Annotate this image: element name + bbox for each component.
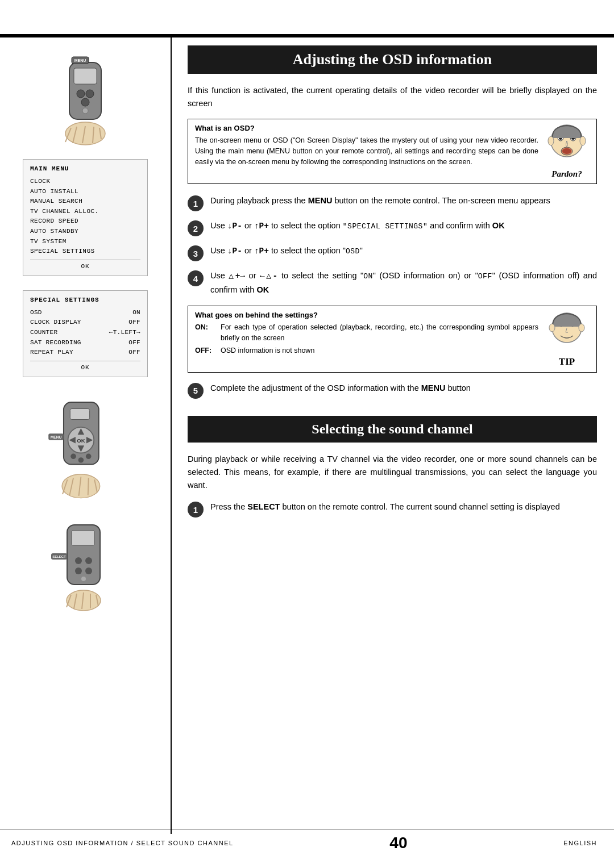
- menu-item-special-settings: SPECIAL SETTINGS: [30, 247, 140, 257]
- setting-row-repeat: REPEAT PLAY OFF: [30, 348, 140, 358]
- ok-bold-1: OK: [492, 221, 505, 230]
- svg-point-41: [85, 567, 92, 574]
- special-settings-box: SPECIAL SETTINGS OSD ON CLOCK DISPLAY OF…: [23, 290, 148, 377]
- svg-point-26: [78, 457, 84, 463]
- svg-rect-35: [72, 531, 94, 545]
- svg-point-6: [82, 108, 88, 114]
- page: MENU MENU MAIN MENU CLOCK: [0, 0, 614, 868]
- step-number-1: 1: [188, 195, 204, 211]
- svg-point-55: [562, 148, 571, 154]
- menu-bold-2: MENU: [421, 383, 446, 393]
- ok-bold-2: OK: [256, 285, 269, 294]
- on-mono: ON: [363, 272, 373, 281]
- footer-page-number: 40: [389, 834, 407, 852]
- svg-point-38: [75, 557, 82, 564]
- remote-select-illustration: SELECT: [9, 516, 162, 613]
- step-1-text: During playback press the MENU button on…: [210, 194, 550, 207]
- setting-row-sat: SAT RECORDING OFF: [30, 338, 140, 348]
- footer-right-text: English: [563, 840, 597, 846]
- svg-point-5: [81, 98, 89, 106]
- setting-label-counter: COUNTER: [30, 328, 57, 338]
- svg-point-42: [81, 577, 86, 581]
- tip-off-label: OFF:: [195, 345, 215, 356]
- remote-menu-illustration: MENU MENU: [9, 45, 162, 148]
- svg-text:SELECT: SELECT: [52, 555, 66, 558]
- svg-text:MENU: MENU: [51, 435, 62, 439]
- step-2-text: Use ↓P- or ↑P+ to select the option "SPE…: [210, 219, 505, 233]
- special-settings-title: SPECIAL SETTINGS: [30, 297, 140, 303]
- special-settings-mono: "SPECIAL SETTINGS": [343, 222, 428, 231]
- svg-point-3: [77, 90, 85, 98]
- setting-value-sat: OFF: [128, 338, 140, 348]
- step-number-4: 4: [188, 270, 204, 286]
- section2-intro: During playback or while receiving a TV …: [188, 453, 597, 493]
- arrow-p-down: ↓P-: [227, 222, 242, 231]
- pardon-figure: Pardon?: [544, 124, 590, 179]
- main-menu-title: MAIN MENU: [30, 165, 140, 172]
- step-number-5: 5: [188, 383, 204, 399]
- left-sidebar: MENU MENU MAIN MENU CLOCK: [0, 34, 171, 636]
- osd-info-title: What is an OSD?: [195, 124, 538, 132]
- tip-content: What goes on behind the settings? ON: Fo…: [195, 311, 538, 358]
- remote-ok-illustration: OK MENU: [9, 391, 162, 505]
- footer: Adjusting OSD information / Select Sound…: [0, 829, 614, 857]
- arrow-p-up: ↑P+: [254, 222, 269, 231]
- p-down-3: ↓P-: [227, 247, 242, 256]
- p-up-3: ↑P+: [254, 247, 269, 256]
- setting-value-osd: ON: [132, 308, 140, 318]
- menu-ok-2: OK: [30, 364, 140, 371]
- osd-mono: OSD: [346, 247, 360, 256]
- step-3-text: Use ↓P- or ↑P+ to select the option "OSD…: [210, 244, 363, 258]
- step-number-2: 2: [188, 220, 204, 236]
- menu-item-auto-standby: AUTO STANDBY: [30, 227, 140, 237]
- svg-line-32: [88, 478, 89, 495]
- setting-label-clock: CLOCK DISPLAY: [30, 318, 81, 328]
- setting-value-clock: OFF: [128, 318, 140, 328]
- arrow-left-triangle: ←△-: [260, 272, 277, 281]
- tip-title: What goes on behind the settings?: [195, 311, 538, 319]
- menu-item-manual-search: MANUAL SEARCH: [30, 197, 140, 207]
- svg-point-27: [86, 453, 92, 459]
- section2-step-1: 1 Press the SELECT button on the remote …: [188, 500, 597, 518]
- tip-off-text: OSD information is not shown: [221, 345, 538, 356]
- section2-step-1-text: Press the SELECT button on the remote co…: [210, 500, 560, 514]
- section2-step-number-1: 1: [188, 502, 204, 518]
- off-mono: OFF: [478, 272, 492, 281]
- svg-point-62: [579, 324, 584, 332]
- menu-item-record-speed: RECORD SPEED: [30, 216, 140, 227]
- pardon-label: Pardon?: [551, 169, 582, 179]
- main-menu-box: MAIN MENU CLOCK AUTO INSTALL MANUAL SEAR…: [23, 159, 148, 276]
- footer-left-text: Adjusting OSD information / Select Sound…: [11, 840, 234, 846]
- svg-point-7: [65, 122, 105, 145]
- menu-item-tv-channel: TV CHANNEL ALLOC.: [30, 207, 140, 217]
- step-2: 2 Use ↓P- or ↑P+ to select the option "S…: [188, 219, 597, 236]
- setting-label-sat: SAT RECORDING: [30, 338, 81, 348]
- section1-intro: If this function is activated, the curre…: [188, 84, 597, 110]
- osd-info-text: The on-screen menu or OSD ("On Screen Di…: [195, 135, 538, 167]
- step-4-text: Use △+→ or ←△- to select the setting "ON…: [210, 269, 597, 296]
- setting-value-counter: ←T.LEFT→: [109, 328, 140, 338]
- setting-label-repeat: REPEAT PLAY: [30, 348, 73, 358]
- svg-text:MENU: MENU: [74, 59, 86, 62]
- osd-info-box: What is an OSD? The on-screen menu or OS…: [188, 119, 597, 184]
- tip-box: What goes on behind the settings? ON: Fo…: [188, 306, 597, 373]
- svg-point-25: [70, 453, 76, 459]
- setting-row-counter: COUNTER ←T.LEFT→: [30, 328, 140, 338]
- step-4: 4 Use △+→ or ←△- to select the setting "…: [188, 269, 597, 296]
- menu-item-auto-install: AUTO INSTALL: [30, 187, 140, 197]
- triangle-plus: △+→: [229, 272, 245, 281]
- svg-point-56: [548, 136, 554, 145]
- menu-divider-2: [30, 361, 140, 361]
- step-3: 3 Use ↓P- or ↑P+ to select the option "O…: [188, 244, 597, 261]
- svg-point-57: [580, 136, 586, 145]
- tip-off-entry: OFF: OSD information is not shown: [195, 345, 538, 356]
- svg-point-39: [85, 557, 92, 564]
- tip-on-text: For each type of operation selected (pla…: [221, 322, 538, 344]
- step-1: 1 During playback press the MENU button …: [188, 194, 597, 211]
- section1-title: Adjusting the OSD information: [188, 45, 597, 74]
- svg-rect-1: [74, 68, 97, 84]
- main-content: Adjusting the OSD information If this fu…: [171, 34, 614, 537]
- menu-ok-1: OK: [30, 263, 140, 270]
- svg-point-40: [75, 567, 82, 574]
- svg-text:OK: OK: [77, 437, 85, 443]
